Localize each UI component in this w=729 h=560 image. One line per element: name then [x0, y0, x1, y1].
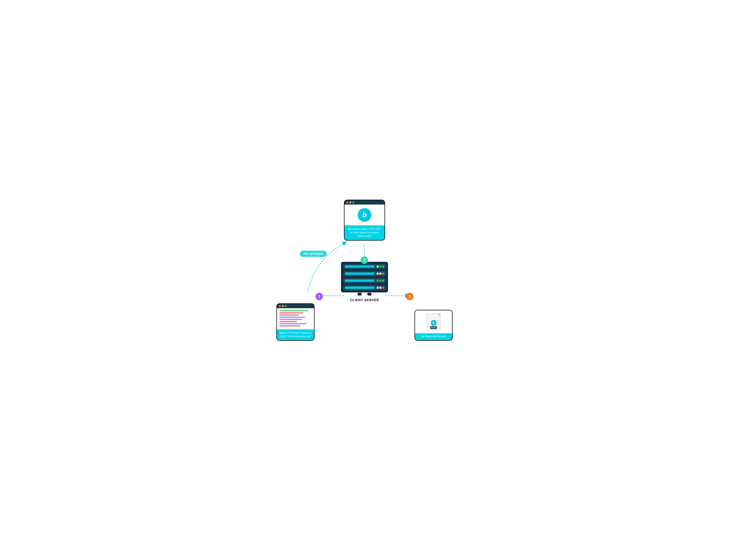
bxml-file: b BXML	[427, 314, 440, 330]
step-badge-2: 2	[361, 256, 368, 264]
bw-dot-red	[347, 201, 349, 203]
server-foot-right	[367, 293, 371, 295]
server-foot-left	[358, 293, 362, 295]
server-unit	[343, 271, 386, 276]
rest-caption: Make HTTP POST request in REST API to in…	[277, 329, 314, 340]
rest-dot-yellow	[282, 305, 284, 307]
step-badge-3: 3	[406, 293, 413, 300]
bw-logo: b	[358, 208, 371, 222]
server-feet	[358, 293, 371, 295]
server-unit	[343, 278, 386, 283]
bw-caption: Bandwidth makes HTTP GET or Post request…	[345, 225, 384, 240]
bandwidth-card: b Bandwidth makes HTTP GET or Post reque…	[344, 200, 385, 241]
diagram-container: b Bandwidth makes HTTP GET or Post reque…	[276, 200, 453, 360]
server-unit	[343, 285, 386, 290]
bxml-screen: b BXML	[415, 310, 452, 333]
bxml-logo: b	[431, 320, 436, 326]
rest-screen	[277, 308, 314, 329]
server	[341, 262, 388, 292]
server-unit	[343, 264, 386, 269]
call-begins-bubble: The call begins	[300, 251, 327, 257]
rest-titlebar	[277, 304, 314, 308]
bw-screen: b	[345, 205, 384, 225]
bw-dot-yellow	[350, 201, 352, 203]
bxml-file-label: BXML	[430, 326, 437, 329]
bxml-card: b BXML Do things with the call!	[414, 310, 453, 341]
rest-dot-green	[285, 305, 287, 307]
bw-titlebar	[345, 200, 384, 205]
server-label: CLIENT SERVER	[350, 298, 379, 302]
server-wrap: CLIENT SERVER	[341, 262, 388, 302]
bxml-caption: Do things with the call!	[415, 333, 452, 338]
bw-dot-green	[353, 201, 354, 203]
step-badge-1: 1	[316, 293, 323, 300]
rest-api-card: Make HTTP POST request in REST API to in…	[276, 303, 315, 341]
rest-dot-red	[279, 305, 281, 307]
